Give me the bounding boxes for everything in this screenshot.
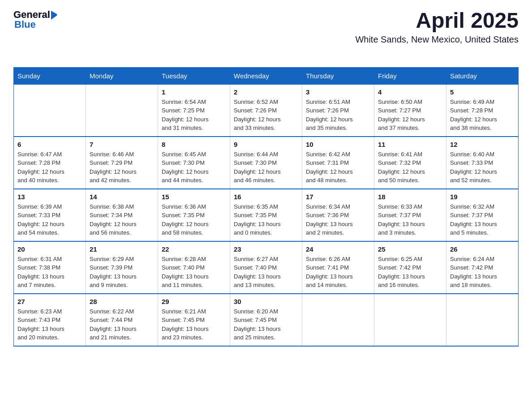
calendar-table: Sunday Monday Tuesday Wednesday Thursday… bbox=[13, 67, 519, 347]
calendar-cell: 24Sunrise: 6:26 AM Sunset: 7:41 PM Dayli… bbox=[302, 241, 374, 294]
logo-container: General Blue bbox=[13, 9, 58, 30]
day-info: Sunrise: 6:35 AM Sunset: 7:35 PM Dayligh… bbox=[234, 202, 298, 237]
calendar-cell: 12Sunrise: 6:40 AM Sunset: 7:33 PM Dayli… bbox=[446, 137, 519, 189]
day-info: Sunrise: 6:41 AM Sunset: 7:32 PM Dayligh… bbox=[378, 150, 442, 185]
svg-marker-0 bbox=[51, 11, 57, 18]
calendar-cell: 30Sunrise: 6:20 AM Sunset: 7:45 PM Dayli… bbox=[230, 294, 302, 346]
day-number: 23 bbox=[234, 245, 298, 253]
title-block: April 2025 White Sands, New Mexico, Unit… bbox=[355, 9, 519, 45]
day-number: 17 bbox=[306, 193, 370, 201]
calendar-cell bbox=[302, 294, 374, 346]
calendar-cell: 9Sunrise: 6:44 AM Sunset: 7:30 PM Daylig… bbox=[230, 137, 302, 189]
day-info: Sunrise: 6:36 AM Sunset: 7:35 PM Dayligh… bbox=[162, 202, 226, 237]
day-info: Sunrise: 6:32 AM Sunset: 7:37 PM Dayligh… bbox=[450, 202, 515, 237]
day-number: 19 bbox=[450, 193, 515, 201]
day-number: 7 bbox=[90, 141, 154, 148]
day-number: 16 bbox=[234, 193, 298, 201]
day-info: Sunrise: 6:29 AM Sunset: 7:39 PM Dayligh… bbox=[90, 255, 154, 290]
day-number: 15 bbox=[162, 193, 226, 201]
day-info: Sunrise: 6:42 AM Sunset: 7:31 PM Dayligh… bbox=[306, 150, 370, 185]
calendar-week-row: 13Sunrise: 6:39 AM Sunset: 7:33 PM Dayli… bbox=[14, 189, 519, 241]
calendar-week-row: 1Sunrise: 6:54 AM Sunset: 7:25 PM Daylig… bbox=[14, 84, 519, 137]
day-info: Sunrise: 6:47 AM Sunset: 7:28 PM Dayligh… bbox=[17, 150, 82, 185]
day-info: Sunrise: 6:40 AM Sunset: 7:33 PM Dayligh… bbox=[450, 150, 515, 185]
calendar-cell: 7Sunrise: 6:46 AM Sunset: 7:29 PM Daylig… bbox=[86, 137, 158, 189]
calendar-header: Sunday Monday Tuesday Wednesday Thursday… bbox=[14, 67, 519, 84]
day-info: Sunrise: 6:23 AM Sunset: 7:43 PM Dayligh… bbox=[17, 307, 82, 342]
day-number: 27 bbox=[17, 298, 82, 305]
day-info: Sunrise: 6:33 AM Sunset: 7:37 PM Dayligh… bbox=[378, 202, 442, 237]
day-number: 25 bbox=[378, 245, 442, 253]
day-info: Sunrise: 6:50 AM Sunset: 7:27 PM Dayligh… bbox=[378, 98, 442, 133]
logo-triangle-svg bbox=[51, 10, 58, 19]
day-number: 24 bbox=[306, 245, 370, 253]
calendar-cell: 17Sunrise: 6:34 AM Sunset: 7:36 PM Dayli… bbox=[302, 189, 374, 241]
day-info: Sunrise: 6:26 AM Sunset: 7:41 PM Dayligh… bbox=[306, 255, 370, 290]
calendar-cell: 4Sunrise: 6:50 AM Sunset: 7:27 PM Daylig… bbox=[374, 84, 446, 137]
day-number: 5 bbox=[450, 88, 515, 96]
day-info: Sunrise: 6:22 AM Sunset: 7:44 PM Dayligh… bbox=[90, 307, 154, 342]
calendar-cell: 19Sunrise: 6:32 AM Sunset: 7:37 PM Dayli… bbox=[446, 189, 519, 241]
day-number: 30 bbox=[234, 298, 298, 305]
day-number: 21 bbox=[90, 245, 154, 253]
day-number: 6 bbox=[17, 141, 82, 148]
day-info: Sunrise: 6:20 AM Sunset: 7:45 PM Dayligh… bbox=[234, 307, 298, 342]
day-number: 29 bbox=[162, 298, 226, 305]
calendar-cell: 14Sunrise: 6:38 AM Sunset: 7:34 PM Dayli… bbox=[86, 189, 158, 241]
calendar-cell bbox=[86, 84, 158, 137]
calendar-cell: 11Sunrise: 6:41 AM Sunset: 7:32 PM Dayli… bbox=[374, 137, 446, 189]
day-info: Sunrise: 6:28 AM Sunset: 7:40 PM Dayligh… bbox=[162, 255, 226, 290]
calendar-cell: 27Sunrise: 6:23 AM Sunset: 7:43 PM Dayli… bbox=[14, 294, 86, 346]
day-number: 14 bbox=[90, 193, 154, 201]
col-friday: Friday bbox=[374, 67, 446, 84]
day-number: 11 bbox=[378, 141, 442, 148]
day-info: Sunrise: 6:51 AM Sunset: 7:26 PM Dayligh… bbox=[306, 98, 370, 133]
day-number: 8 bbox=[162, 141, 226, 148]
calendar-week-row: 6Sunrise: 6:47 AM Sunset: 7:28 PM Daylig… bbox=[14, 137, 519, 189]
calendar-cell bbox=[374, 294, 446, 346]
calendar-week-row: 27Sunrise: 6:23 AM Sunset: 7:43 PM Dayli… bbox=[14, 294, 519, 346]
calendar-body: 1Sunrise: 6:54 AM Sunset: 7:25 PM Daylig… bbox=[14, 84, 519, 346]
day-number: 22 bbox=[162, 245, 226, 253]
day-number: 18 bbox=[378, 193, 442, 201]
calendar-wrapper: Sunday Monday Tuesday Wednesday Thursday… bbox=[13, 67, 519, 347]
day-number: 28 bbox=[90, 298, 154, 305]
col-tuesday: Tuesday bbox=[158, 67, 230, 84]
calendar-cell: 18Sunrise: 6:33 AM Sunset: 7:37 PM Dayli… bbox=[374, 189, 446, 241]
day-info: Sunrise: 6:25 AM Sunset: 7:42 PM Dayligh… bbox=[378, 255, 442, 290]
day-number: 1 bbox=[162, 88, 226, 96]
day-info: Sunrise: 6:45 AM Sunset: 7:30 PM Dayligh… bbox=[162, 150, 226, 185]
calendar-cell: 23Sunrise: 6:27 AM Sunset: 7:40 PM Dayli… bbox=[230, 241, 302, 294]
day-info: Sunrise: 6:38 AM Sunset: 7:34 PM Dayligh… bbox=[90, 202, 154, 237]
day-number: 13 bbox=[17, 193, 82, 201]
logo-triangle bbox=[51, 10, 58, 21]
day-number: 20 bbox=[17, 245, 82, 253]
day-info: Sunrise: 6:24 AM Sunset: 7:42 PM Dayligh… bbox=[450, 255, 515, 290]
calendar-cell: 26Sunrise: 6:24 AM Sunset: 7:42 PM Dayli… bbox=[446, 241, 519, 294]
day-number: 3 bbox=[306, 88, 370, 96]
calendar-cell: 29Sunrise: 6:21 AM Sunset: 7:45 PM Dayli… bbox=[158, 294, 230, 346]
day-info: Sunrise: 6:27 AM Sunset: 7:40 PM Dayligh… bbox=[234, 255, 298, 290]
calendar-cell: 10Sunrise: 6:42 AM Sunset: 7:31 PM Dayli… bbox=[302, 137, 374, 189]
day-number: 9 bbox=[234, 141, 298, 148]
calendar-cell: 13Sunrise: 6:39 AM Sunset: 7:33 PM Dayli… bbox=[14, 189, 86, 241]
calendar-cell: 2Sunrise: 6:52 AM Sunset: 7:26 PM Daylig… bbox=[230, 84, 302, 137]
day-info: Sunrise: 6:21 AM Sunset: 7:45 PM Dayligh… bbox=[162, 307, 226, 342]
col-monday: Monday bbox=[86, 67, 158, 84]
day-info: Sunrise: 6:31 AM Sunset: 7:38 PM Dayligh… bbox=[17, 255, 82, 290]
day-number: 12 bbox=[450, 141, 515, 148]
day-number: 10 bbox=[306, 141, 370, 148]
calendar-cell: 20Sunrise: 6:31 AM Sunset: 7:38 PM Dayli… bbox=[14, 241, 86, 294]
calendar-cell: 15Sunrise: 6:36 AM Sunset: 7:35 PM Dayli… bbox=[158, 189, 230, 241]
day-number: 2 bbox=[234, 88, 298, 96]
day-info: Sunrise: 6:34 AM Sunset: 7:36 PM Dayligh… bbox=[306, 202, 370, 237]
calendar-week-row: 20Sunrise: 6:31 AM Sunset: 7:38 PM Dayli… bbox=[14, 241, 519, 294]
header-row: Sunday Monday Tuesday Wednesday Thursday… bbox=[14, 67, 519, 84]
calendar-cell: 8Sunrise: 6:45 AM Sunset: 7:30 PM Daylig… bbox=[158, 137, 230, 189]
day-info: Sunrise: 6:52 AM Sunset: 7:26 PM Dayligh… bbox=[234, 98, 298, 133]
calendar-cell: 16Sunrise: 6:35 AM Sunset: 7:35 PM Dayli… bbox=[230, 189, 302, 241]
day-info: Sunrise: 6:44 AM Sunset: 7:30 PM Dayligh… bbox=[234, 150, 298, 185]
calendar-cell: 1Sunrise: 6:54 AM Sunset: 7:25 PM Daylig… bbox=[158, 84, 230, 137]
col-thursday: Thursday bbox=[302, 67, 374, 84]
location-subtitle: White Sands, New Mexico, United States bbox=[355, 34, 519, 45]
